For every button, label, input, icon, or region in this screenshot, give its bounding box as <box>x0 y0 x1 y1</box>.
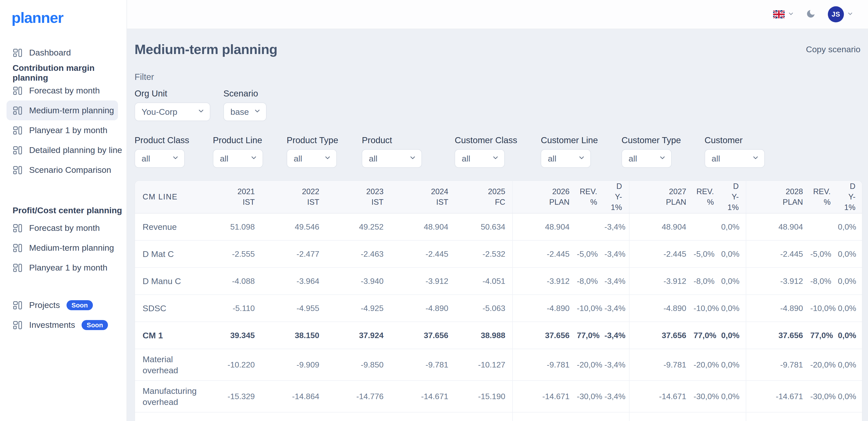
column-header-2023-ist: 2023IST <box>326 181 391 213</box>
filter-field-label: Product Line <box>213 135 263 145</box>
moon-icon <box>806 9 816 20</box>
product-select[interactable]: all <box>362 149 422 168</box>
filter-field-customer-line: Customer Lineall <box>541 135 598 168</box>
cell-2028-rev-pct: -5,0% <box>810 240 838 268</box>
cell-2021-ist: 39.345 <box>203 322 262 349</box>
cell-2028-rev-pct: -10,0% <box>810 295 838 322</box>
planning-table: CM LINE2021IST2022IST2023IST2024IST2025F… <box>135 181 863 421</box>
cell-2025-fc: 50.634 <box>455 213 513 240</box>
column-header-cm-line: CM LINE <box>135 181 203 213</box>
sidebar-item-detailed-planning-by-line[interactable]: Detailed planning by line <box>6 140 118 160</box>
sidebar-section-title: Profit/Cost center planning <box>0 203 126 218</box>
column-header-line1: REV. <box>693 186 714 197</box>
cell-2028-plan: -4.890 <box>746 295 810 322</box>
sidebar-item-planyear-1-by-month[interactable]: Planyear 1 by month <box>6 120 118 140</box>
cell-2027-delta-y1: 0,0% <box>721 322 746 349</box>
cell-2023-ist: 37.924 <box>326 322 391 349</box>
sidebar-group: Dashboard <box>0 43 126 63</box>
cell-2027-plan: -3.912 <box>629 268 693 295</box>
cell-2022-ist: 13.377 <box>262 412 326 421</box>
sidebar-item-label: Planyear 1 by month <box>29 125 107 135</box>
cell-2028-delta-y1: 0,0% <box>838 322 863 349</box>
table-row-sdsc: SDSC-5.110-4.955-4.925-4.890-5.063-4.890… <box>135 295 863 322</box>
user-menu[interactable]: JS <box>828 6 854 22</box>
chevron-down-icon <box>253 107 261 117</box>
dark-mode-toggle[interactable] <box>806 9 816 20</box>
dashboard-icon <box>12 320 23 330</box>
cell-2023-ist: -14.776 <box>326 381 391 412</box>
filter-field-product-class: Product Classall <box>134 135 189 168</box>
language-selector[interactable] <box>773 10 794 18</box>
column-header-line2: IST <box>327 197 383 208</box>
column-header-line1: D <box>721 181 739 192</box>
customer-line-select[interactable]: all <box>541 149 591 168</box>
product-class-select[interactable]: all <box>134 149 185 168</box>
column-header-line2: PLAN <box>513 197 569 208</box>
dashboard-icon <box>12 223 23 233</box>
row-label: Revenue <box>135 213 203 240</box>
column-header-line2: Y-1% <box>838 192 856 213</box>
scenario-select[interactable]: base <box>223 102 267 121</box>
sidebar-item-label: Projects <box>29 300 60 310</box>
cell-2027-rev-pct: -10,0% <box>693 295 721 322</box>
cell-2028-rev-pct: -30,0% <box>810 381 838 412</box>
cell-2021-ist: 13.796 <box>203 412 262 421</box>
column-header-2021-ist: 2021IST <box>203 181 262 213</box>
sidebar-item-investments[interactable]: InvestmentsSoon <box>6 315 118 335</box>
row-label: D Manu C <box>135 268 203 295</box>
cell-2023-ist: 49.252 <box>326 213 391 240</box>
sidebar-item-forecast-by-month[interactable]: Forecast by month <box>6 81 118 100</box>
cell-2027-plan: 48.904 <box>629 213 693 240</box>
chevron-down-icon <box>250 154 257 163</box>
cell-2022-ist: -4.955 <box>262 295 326 322</box>
dashboard-icon <box>12 263 23 273</box>
sidebar-item-forecast-by-month[interactable]: Forecast by month <box>6 218 118 238</box>
cell-2027-rev-pct: -30,0% <box>693 381 721 412</box>
select-value: all <box>369 154 377 163</box>
cell-2025-fc: 13.671 <box>455 412 513 421</box>
sidebar-item-medium-term-planning[interactable]: Medium-term planning <box>6 238 118 258</box>
cell-2022-ist: -9.909 <box>262 349 326 381</box>
cell-2028-rev-pct <box>810 213 838 240</box>
sidebar-item-dashboard[interactable]: Dashboard <box>6 43 118 63</box>
customer-select[interactable]: all <box>705 149 765 168</box>
cell-2028-plan: -2.445 <box>746 240 810 268</box>
cell-2026-delta-y1: -3,4% <box>604 295 629 322</box>
cell-2026-plan: 37.656 <box>513 322 577 349</box>
customer-class-select[interactable]: all <box>455 149 505 168</box>
select-value: all <box>712 154 720 163</box>
cell-2024-ist: 48.904 <box>391 213 455 240</box>
cell-2027-delta-y1: 0,0% <box>721 295 746 322</box>
sidebar-item-projects[interactable]: ProjectsSoon <box>6 295 118 315</box>
table-row-material-overhead: Material overhead-10.220-9.909-9.850-9.7… <box>135 349 863 381</box>
row-label: D Mat C <box>135 240 203 268</box>
sidebar-nav: DashboardContribution margin planningFor… <box>0 43 126 335</box>
sidebar-item-planyear-1-by-month[interactable]: Planyear 1 by month <box>6 258 118 277</box>
filter-field-customer: Customerall <box>705 135 765 168</box>
filter-field-customer-type: Customer Typeall <box>621 135 681 168</box>
filter-field-label: Customer Line <box>541 135 598 145</box>
sidebar-item-scenario-comparison[interactable]: Scenario Comparison <box>6 160 118 180</box>
column-header-2028-delta-y1: DY-1% <box>838 181 863 213</box>
chevron-down-icon <box>172 154 179 163</box>
product-type-select[interactable]: all <box>287 149 337 168</box>
cell-2026-plan: -2.445 <box>513 240 577 268</box>
customer-type-select[interactable]: all <box>621 149 672 168</box>
cell-2026-delta-y1: -3,4% <box>604 213 629 240</box>
dashboard-icon <box>12 165 23 175</box>
select-value: all <box>462 154 470 163</box>
table-row-cm-2: CM 213.79613.37713.29813.20413.67113.204… <box>135 412 863 421</box>
planning-table-card: CM LINE2021IST2022IST2023IST2024IST2025F… <box>134 180 863 421</box>
product-line-select[interactable]: all <box>213 149 263 168</box>
cell-2027-rev-pct: 77,0% <box>693 322 721 349</box>
column-header-line1: 2027 <box>630 186 686 197</box>
sidebar-item-medium-term-planning[interactable]: Medium-term planning <box>6 100 118 120</box>
copy-scenario-button[interactable]: Copy scenario <box>806 44 861 54</box>
filter-field-label: Scenario <box>223 88 267 98</box>
table-row-manufacturing-overhead: Manufacturing overhead-15.329-14.864-14.… <box>135 381 863 412</box>
dashboard-icon <box>12 86 23 96</box>
cell-2028-delta-y1: 0,0% <box>838 349 863 381</box>
table-row-d-mat-c: D Mat C-2.555-2.477-2.463-2.445-2.532-2.… <box>135 240 863 268</box>
cell-2027-delta-y1: 0,0% <box>721 412 746 421</box>
org-unit-select[interactable]: You-Corp <box>134 102 210 121</box>
